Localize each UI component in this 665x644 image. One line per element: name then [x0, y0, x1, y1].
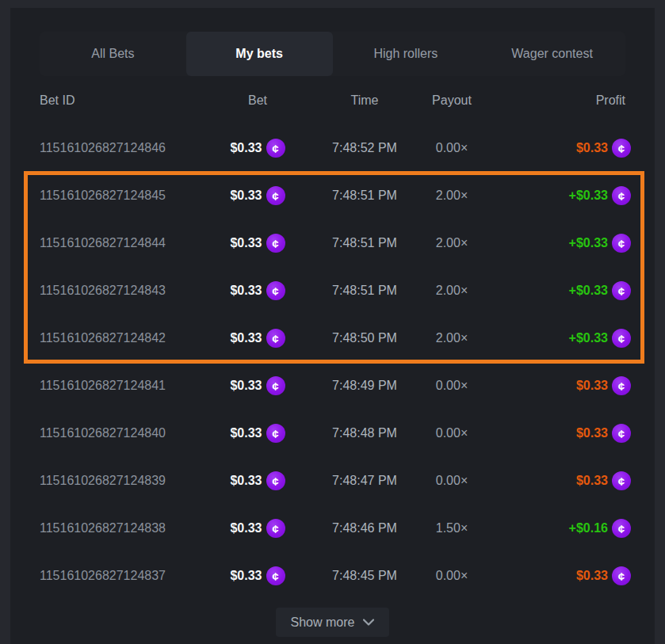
profit-amount: $0.33 [576, 141, 608, 155]
profit-amount: +$0.33 [569, 236, 608, 250]
coin-icon: ¢ [612, 519, 631, 538]
time-cell: 7:48:46 PM [305, 521, 424, 535]
bet-id-cell: 115161026827124842 [40, 331, 210, 345]
table-body: 115161026827124846 $0.33 ¢ 7:48:52 PM 0.… [40, 124, 625, 600]
coin-icon: ¢ [266, 376, 285, 395]
bets-panel: All Bets My bets High rollers Wager cont… [10, 8, 655, 644]
profit-cell: +$0.33 ¢ [480, 186, 625, 205]
profit-amount: $0.33 [576, 569, 608, 583]
coin-icon: ¢ [612, 186, 631, 205]
coin-icon: ¢ [266, 186, 285, 205]
time-cell: 7:48:51 PM [305, 236, 424, 250]
bet-cell: $0.33 ¢ [210, 519, 305, 538]
payout-cell: 0.00× [424, 474, 480, 488]
table-row[interactable]: 115161026827124840 $0.33 ¢ 7:48:48 PM 0.… [40, 410, 625, 457]
bets-tabbar: All Bets My bets High rollers Wager cont… [40, 32, 625, 76]
bet-cell: $0.33 ¢ [210, 329, 305, 348]
tab-label: All Bets [91, 47, 134, 61]
profit-amount: +$0.33 [569, 189, 608, 203]
table-footer: Show more [40, 608, 625, 637]
tab-all-bets[interactable]: All Bets [40, 32, 186, 76]
payout-cell: 2.00× [424, 331, 480, 345]
payout-cell: 2.00× [424, 189, 480, 203]
bet-amount: $0.33 [230, 236, 262, 250]
coin-icon: ¢ [266, 139, 285, 158]
coin-icon: ¢ [612, 424, 631, 443]
coin-icon: ¢ [612, 566, 631, 585]
bet-cell: $0.33 ¢ [210, 471, 305, 490]
coin-icon: ¢ [612, 139, 631, 158]
profit-amount: +$0.33 [569, 331, 608, 345]
coin-icon: ¢ [612, 329, 631, 348]
bet-cell: $0.33 ¢ [210, 139, 305, 158]
bet-id-cell: 115161026827124846 [40, 141, 210, 155]
profit-amount: +$0.33 [569, 284, 608, 298]
payout-cell: 0.00× [424, 569, 480, 583]
payout-cell: 0.00× [424, 426, 480, 440]
coin-icon: ¢ [266, 519, 285, 538]
bet-id-cell: 115161026827124837 [40, 569, 210, 583]
show-more-label: Show more [291, 615, 355, 630]
tab-wager-contest[interactable]: Wager contest [479, 32, 625, 76]
coin-icon: ¢ [266, 281, 285, 300]
bet-cell: $0.33 ¢ [210, 281, 305, 300]
table-row[interactable]: 115161026827124844 $0.33 ¢ 7:48:51 PM 2.… [40, 219, 625, 267]
tab-my-bets[interactable]: My bets [186, 32, 333, 76]
bet-cell: $0.33 ¢ [210, 186, 305, 205]
profit-cell: $0.33 ¢ [480, 566, 625, 585]
profit-cell: $0.33 ¢ [480, 376, 625, 395]
bet-id-cell: 115161026827124840 [40, 426, 210, 440]
column-header-bet-id: Bet ID [40, 93, 210, 108]
profit-cell: $0.33 ¢ [480, 424, 625, 443]
profit-cell: $0.33 ¢ [480, 471, 625, 490]
coin-icon: ¢ [266, 234, 285, 253]
table-header-row: Bet ID Bet Time Payout Profit [40, 76, 625, 124]
table-row[interactable]: 115161026827124841 $0.33 ¢ 7:48:49 PM 0.… [40, 362, 625, 410]
payout-cell: 1.50× [424, 521, 480, 535]
bet-cell: $0.33 ¢ [210, 376, 305, 395]
profit-cell: +$0.33 ¢ [480, 281, 625, 300]
payout-cell: 2.00× [424, 236, 480, 250]
table-row[interactable]: 115161026827124843 $0.33 ¢ 7:48:51 PM 2.… [40, 267, 625, 314]
bet-cell: $0.33 ¢ [210, 424, 305, 443]
bet-amount: $0.33 [230, 284, 262, 298]
bet-cell: $0.33 ¢ [210, 234, 305, 253]
table-row[interactable]: 115161026827124845 $0.33 ¢ 7:48:51 PM 2.… [40, 172, 625, 219]
time-cell: 7:48:47 PM [305, 474, 424, 488]
column-header-time: Time [305, 93, 424, 108]
time-cell: 7:48:51 PM [305, 189, 424, 203]
coin-icon: ¢ [612, 281, 631, 300]
tab-label: High rollers [373, 47, 438, 61]
payout-cell: 0.00× [424, 141, 480, 155]
show-more-button[interactable]: Show more [276, 608, 390, 637]
table-row[interactable]: 115161026827124846 $0.33 ¢ 7:48:52 PM 0.… [40, 124, 625, 172]
bet-cell: $0.33 ¢ [210, 566, 305, 585]
column-header-bet: Bet [210, 93, 305, 108]
table-row[interactable]: 115161026827124839 $0.33 ¢ 7:48:47 PM 0.… [40, 457, 625, 505]
time-cell: 7:48:52 PM [305, 141, 424, 155]
profit-amount: $0.33 [576, 379, 608, 393]
column-header-profit: Profit [480, 93, 625, 108]
bet-id-cell: 115161026827124843 [40, 284, 210, 298]
coin-icon: ¢ [266, 566, 285, 585]
profit-cell: +$0.33 ¢ [480, 234, 625, 253]
bet-amount: $0.33 [230, 521, 262, 535]
coin-icon: ¢ [266, 424, 285, 443]
table-row[interactable]: 115161026827124842 $0.33 ¢ 7:48:50 PM 2.… [40, 314, 625, 362]
tab-label: My bets [235, 47, 283, 61]
table-row[interactable]: 115161026827124838 $0.33 ¢ 7:48:46 PM 1.… [40, 505, 625, 552]
bet-amount: $0.33 [230, 569, 262, 583]
bet-amount: $0.33 [230, 426, 262, 440]
tab-high-rollers[interactable]: High rollers [333, 32, 480, 76]
tab-label: Wager contest [511, 47, 593, 61]
bet-amount: $0.33 [230, 189, 262, 203]
column-header-payout: Payout [424, 93, 480, 108]
table-row[interactable]: 115161026827124837 $0.33 ¢ 7:48:45 PM 0.… [40, 552, 625, 600]
payout-cell: 0.00× [424, 379, 480, 393]
profit-amount: $0.33 [576, 474, 608, 488]
bet-id-cell: 115161026827124844 [40, 236, 210, 250]
profit-cell: $0.33 ¢ [480, 139, 625, 158]
time-cell: 7:48:48 PM [305, 426, 424, 440]
profit-cell: +$0.16 ¢ [480, 519, 625, 538]
time-cell: 7:48:49 PM [305, 379, 424, 393]
